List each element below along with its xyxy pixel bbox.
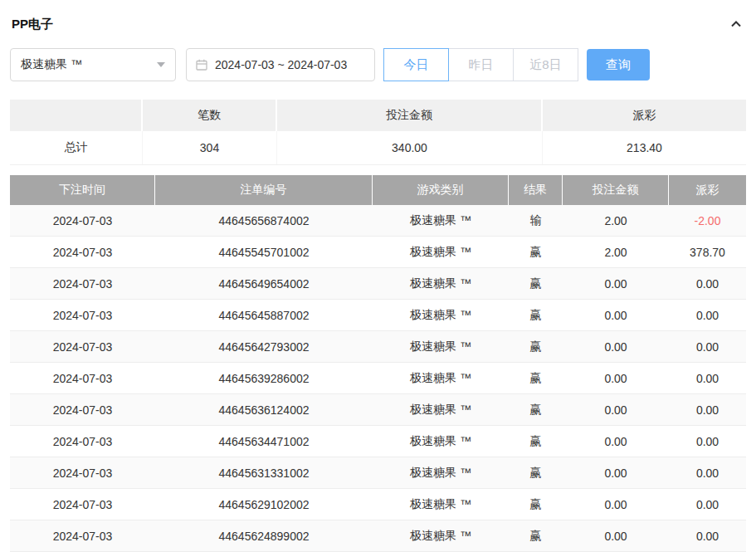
summary-total-label: 总计 [10, 131, 143, 164]
cell-bet-amount: 0.00 [563, 331, 669, 362]
cell-result: 赢 [509, 426, 563, 457]
col-header-result: 结果 [509, 175, 563, 205]
cell-payout: 0.00 [669, 363, 746, 393]
summary-header-blank [10, 100, 143, 131]
cell-game-type: 极速糖果 ™ [373, 300, 509, 330]
summary-total-payout: 213.40 [543, 131, 746, 164]
cell-game-type: 极速糖果 ™ [373, 237, 509, 267]
cell-payout: 0.00 [669, 394, 746, 425]
cell-payout: 0.00 [669, 331, 746, 362]
cell-payout: 0.00 [669, 489, 746, 520]
chevron-down-icon [157, 62, 165, 67]
cell-bet-amount: 0.00 [563, 457, 669, 488]
panel-header: PP电子 [0, 0, 756, 48]
table-row: 2024-07-03 44645636124002 极速糖果 ™ 赢 0.00 … [10, 394, 746, 426]
query-button[interactable]: 查询 [587, 49, 650, 81]
table-row: 2024-07-03 44645634471002 极速糖果 ™ 赢 0.00 … [10, 426, 746, 457]
cell-bet-id: 44645636124002 [155, 394, 373, 425]
cell-game-type: 极速糖果 ™ [373, 457, 509, 488]
cell-bet-amount: 2.00 [563, 237, 669, 267]
cell-game-type: 极速糖果 ™ [373, 331, 509, 362]
calendar-icon [195, 58, 208, 71]
cell-bet-id: 44645642793002 [155, 331, 373, 362]
cell-bet-time: 2024-07-03 [10, 205, 155, 236]
date-range-picker[interactable]: 2024-07-03 ~ 2024-07-03 [186, 48, 375, 81]
cell-bet-id: 44645634471002 [155, 426, 373, 457]
cell-bet-amount: 0.00 [563, 520, 669, 551]
filter-bar: 极速糖果 ™ 2024-07-03 ~ 2024-07-03 今日 昨日 近8日… [10, 48, 746, 81]
cell-payout: -2.00 [669, 205, 746, 236]
cell-bet-amount: 2.00 [563, 205, 669, 236]
cell-result: 赢 [509, 394, 563, 425]
cell-game-type: 极速糖果 ™ [373, 489, 509, 520]
cell-payout: 378.70 [669, 237, 746, 267]
summary-header-count: 笔数 [143, 100, 277, 131]
quick-button-today[interactable]: 今日 [383, 48, 449, 81]
cell-payout: 0.00 [669, 457, 746, 488]
cell-bet-amount: 0.00 [563, 268, 669, 299]
cell-bet-amount: 0.00 [563, 300, 669, 330]
cell-result: 赢 [509, 300, 563, 330]
cell-bet-amount: 0.00 [563, 489, 669, 520]
summary-header-payout: 派彩 [543, 100, 746, 131]
date-range-value: 2024-07-03 ~ 2024-07-03 [215, 58, 347, 71]
col-header-payout: 派彩 [669, 175, 746, 205]
cell-bet-id: 44645631331002 [155, 457, 373, 488]
cell-bet-time: 2024-07-03 [10, 237, 155, 267]
table-row: 2024-07-03 44645649654002 极速糖果 ™ 赢 0.00 … [10, 268, 746, 300]
cell-result: 赢 [509, 237, 563, 267]
collapse-chevron-icon[interactable] [729, 17, 743, 31]
table-row: 2024-07-03 44645631331002 极速糖果 ™ 赢 0.00 … [10, 457, 746, 489]
records-table: 下注时间 注单编号 游戏类别 结果 投注金额 派彩 2024-07-03 446… [10, 175, 746, 552]
cell-bet-time: 2024-07-03 [10, 331, 155, 362]
cell-bet-time: 2024-07-03 [10, 520, 155, 551]
cell-bet-time: 2024-07-03 [10, 268, 155, 299]
cell-bet-time: 2024-07-03 [10, 457, 155, 488]
quick-button-last8days[interactable]: 近8日 [513, 48, 578, 81]
table-row: 2024-07-03 44645624899002 极速糖果 ™ 赢 0.00 … [10, 520, 746, 552]
cell-result: 输 [509, 205, 563, 236]
cell-result: 赢 [509, 457, 563, 488]
cell-bet-time: 2024-07-03 [10, 426, 155, 457]
cell-bet-amount: 0.00 [563, 394, 669, 425]
cell-bet-id: 44645545701002 [155, 237, 373, 267]
cell-game-type: 极速糖果 ™ [373, 426, 509, 457]
quick-range-buttons: 今日 昨日 近8日 [383, 48, 578, 81]
col-header-bet-id: 注单编号 [155, 175, 373, 205]
summary-table: 笔数 投注金额 派彩 总计 304 340.00 213.40 [10, 100, 746, 165]
quick-button-yesterday[interactable]: 昨日 [448, 48, 514, 81]
cell-bet-amount: 0.00 [563, 426, 669, 457]
table-row: 2024-07-03 44645656874002 极速糖果 ™ 输 2.00 … [10, 205, 746, 237]
cell-bet-id: 44645639286002 [155, 363, 373, 393]
table-row: 2024-07-03 44645545701002 极速糖果 ™ 赢 2.00 … [10, 237, 746, 268]
cell-game-type: 极速糖果 ™ [373, 268, 509, 299]
cell-game-type: 极速糖果 ™ [373, 394, 509, 425]
summary-total-count: 304 [143, 131, 277, 164]
table-row: 2024-07-03 44645629102002 极速糖果 ™ 赢 0.00 … [10, 489, 746, 520]
cell-bet-id: 44645645887002 [155, 300, 373, 330]
col-header-game-type: 游戏类别 [373, 175, 509, 205]
cell-bet-amount: 0.00 [563, 363, 669, 393]
game-select-value: 极速糖果 ™ [21, 57, 82, 72]
summary-total-row: 总计 304 340.00 213.40 [10, 131, 746, 165]
cell-result: 赢 [509, 489, 563, 520]
cell-bet-time: 2024-07-03 [10, 394, 155, 425]
summary-header-row: 笔数 投注金额 派彩 [10, 100, 746, 131]
cell-bet-id: 44645649654002 [155, 268, 373, 299]
game-select[interactable]: 极速糖果 ™ [10, 48, 176, 81]
cell-bet-time: 2024-07-03 [10, 300, 155, 330]
cell-payout: 0.00 [669, 300, 746, 330]
table-body: 2024-07-03 44645656874002 极速糖果 ™ 输 2.00 … [10, 205, 746, 552]
cell-payout: 0.00 [669, 426, 746, 457]
cell-bet-id: 44645629102002 [155, 489, 373, 520]
cell-bet-id: 44645624899002 [155, 520, 373, 551]
cell-result: 赢 [509, 520, 563, 551]
cell-game-type: 极速糖果 ™ [373, 205, 509, 236]
cell-result: 赢 [509, 268, 563, 299]
table-row: 2024-07-03 44645639286002 极速糖果 ™ 赢 0.00 … [10, 363, 746, 394]
table-row: 2024-07-03 44645642793002 极速糖果 ™ 赢 0.00 … [10, 331, 746, 363]
cell-game-type: 极速糖果 ™ [373, 363, 509, 393]
cell-result: 赢 [509, 363, 563, 393]
table-row: 2024-07-03 44645645887002 极速糖果 ™ 赢 0.00 … [10, 300, 746, 331]
records-header-row: 下注时间 注单编号 游戏类别 结果 投注金额 派彩 [10, 175, 746, 205]
